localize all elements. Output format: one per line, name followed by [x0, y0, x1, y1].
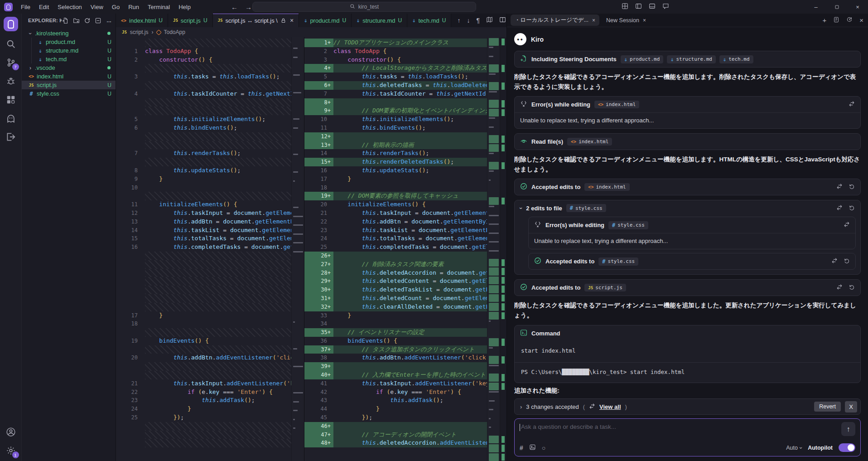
- extensions-icon[interactable]: [5, 94, 17, 106]
- send-button[interactable]: ↑: [841, 422, 855, 436]
- tree-item-tech.md[interactable]: ⇓tech.mdU: [22, 55, 116, 63]
- modified-line[interactable]: 7 this.taskIdCounter = this.getNextId();: [304, 90, 487, 98]
- minimap-original[interactable]: [291, 37, 304, 461]
- chat-input-placeholder[interactable]: Ask a question or describe a task...: [521, 423, 616, 430]
- error-card-header[interactable]: Error(s) while editing <>index.html: [515, 97, 860, 112]
- original-line[interactable]: 2 constructor() {: [116, 56, 291, 64]
- file-chip-style.css[interactable]: #style.css: [566, 204, 606, 212]
- original-line[interactable]: [116, 422, 291, 431]
- undo-icon[interactable]: [849, 204, 855, 212]
- new-folder-icon[interactable]: [72, 17, 80, 24]
- modified-line[interactable]: 41 this.taskInput.addEventListener('keyp…: [304, 379, 487, 388]
- tab-structure.md[interactable]: ⇓structure.mdU: [352, 14, 407, 27]
- file-chip-index.html[interactable]: <>index.html: [594, 101, 639, 108]
- menu-go[interactable]: Go: [108, 2, 124, 12]
- forward-icon[interactable]: →: [245, 3, 252, 11]
- original-line[interactable]: 7 this.renderTasks();: [116, 149, 291, 158]
- modified-line[interactable]: 6+ this.deletedTasks = this.loadDeletedT…: [304, 81, 487, 90]
- kiro-ghost-icon[interactable]: [5, 112, 17, 124]
- dismiss-changes-button[interactable]: X: [845, 401, 857, 412]
- modified-line[interactable]: 3 constructor() {: [304, 56, 487, 64]
- close-icon[interactable]: ×: [592, 17, 595, 24]
- original-line[interactable]: 17 }: [116, 311, 291, 320]
- history-icon[interactable]: [846, 16, 853, 24]
- original-line[interactable]: 6 this.bindEvents();: [116, 124, 291, 132]
- error-card-header[interactable]: Error(s) while editing #style.css: [529, 217, 855, 233]
- original-line[interactable]: 12 this.taskInput = document.getElementB…: [116, 209, 291, 218]
- original-line[interactable]: [116, 294, 291, 303]
- modified-line[interactable]: 33 }: [304, 311, 487, 320]
- modified-line[interactable]: 24 this.totalTasks = document.getElement…: [304, 234, 487, 243]
- modified-line[interactable]: 32+ this.clearAllDeleted = document.getE…: [304, 303, 487, 311]
- original-line[interactable]: [116, 192, 291, 200]
- original-line[interactable]: 9 }: [116, 175, 291, 184]
- attach-image-icon[interactable]: [529, 444, 536, 452]
- undo-icon[interactable]: [849, 183, 855, 191]
- diff-icon[interactable]: [836, 183, 843, 191]
- close-button[interactable]: ×: [847, 0, 868, 14]
- tab-script.js[interactable]: JSscript.jsU: [168, 14, 213, 27]
- open-map-icon[interactable]: [486, 16, 493, 24]
- modified-line[interactable]: 21 this.taskInput = document.getElementB…: [304, 209, 487, 218]
- modified-line[interactable]: 31+ this.deletedCount = document.getElem…: [304, 294, 487, 303]
- original-line[interactable]: [116, 107, 291, 115]
- modified-line[interactable]: 48+ this.deletedAccordion.addEventListen…: [304, 439, 487, 447]
- command-card-header[interactable]: Command: [515, 325, 860, 341]
- undo-icon[interactable]: [849, 284, 855, 291]
- modified-line[interactable]: 27+ // 削除済みタスク関連の要素: [304, 260, 487, 269]
- new-session-icon[interactable]: +: [822, 16, 826, 24]
- settings-icon[interactable]: 1: [5, 445, 17, 456]
- modified-line[interactable]: 45 });: [304, 413, 487, 422]
- original-line[interactable]: [116, 39, 291, 47]
- original-line[interactable]: [116, 98, 291, 107]
- chat-tab-new-session[interactable]: New Session ×: [602, 15, 650, 25]
- overview-ruler[interactable]: [500, 37, 506, 461]
- kiro-logo-icon[interactable]: [4, 17, 18, 31]
- original-line[interactable]: 4 this.taskIdCounter = this.getNextId();: [116, 90, 291, 98]
- modified-line[interactable]: 20 initializeElements() {: [304, 200, 487, 209]
- more-icon[interactable]: …: [105, 17, 113, 24]
- original-line[interactable]: 14 this.taskList = document.getElementBy…: [116, 226, 291, 235]
- command-input[interactable]: start index.html: [515, 341, 860, 362]
- breadcrumb-file[interactable]: script.js: [130, 29, 149, 35]
- collapse-folders-icon[interactable]: [94, 17, 102, 24]
- source-control-icon[interactable]: 7: [5, 57, 17, 68]
- modified-line[interactable]: 5 this.tasks = this.loadTasks();: [304, 73, 487, 81]
- share-icon[interactable]: [5, 131, 17, 143]
- original-line[interactable]: [116, 362, 291, 371]
- modified-line[interactable]: 19+ // DOM要素の参照を取得してキャッシュ: [304, 192, 487, 200]
- original-line[interactable]: [116, 158, 291, 166]
- accepted-card-header[interactable]: Accepted edits to #style.css: [529, 253, 855, 269]
- next-change-icon[interactable]: ↓: [467, 17, 470, 24]
- modified-code[interactable]: 1+// TODOアプリケーションのメインクラス2class TodoApp {…: [304, 37, 487, 461]
- read-card-header[interactable]: Read file(s) <>index.html: [515, 134, 860, 150]
- file-chip-structure.md[interactable]: ⇓structure.md: [667, 55, 716, 63]
- modified-line[interactable]: 37+ // タスク追加ボタンのクリックイベント: [304, 345, 487, 354]
- edits-group-header[interactable]: › 2 edits to file #style.css: [515, 200, 860, 216]
- undo-icon[interactable]: [844, 257, 850, 265]
- tree-item-index.html[interactable]: <>index.htmlU: [22, 72, 116, 81]
- new-file-icon[interactable]: [62, 17, 69, 24]
- original-line[interactable]: 5 this.initializeElements();: [116, 115, 291, 124]
- menu-edit[interactable]: Edit: [35, 2, 53, 12]
- refresh-icon[interactable]: [83, 17, 91, 24]
- modified-line[interactable]: 8+: [304, 98, 487, 107]
- modified-line[interactable]: 18: [304, 184, 487, 192]
- modified-line[interactable]: 28+ this.deletedAccordion = document.get…: [304, 269, 487, 277]
- tab-script.js---script.js--[interactable]: JSscript.js ↔ script.js \×: [213, 14, 299, 27]
- tree-item-.kiro-steering[interactable]: ›.kiro\steering: [22, 29, 116, 38]
- original-line[interactable]: 10: [116, 184, 291, 192]
- tab-tech.md[interactable]: ⇓tech.mdU: [407, 14, 451, 27]
- original-line[interactable]: 3 this.tasks = this.loadTasks();: [116, 73, 291, 81]
- modified-line[interactable]: 23 this.taskList = document.getElementBy…: [304, 226, 487, 235]
- tree-item-style.css[interactable]: #style.cssU: [22, 89, 116, 98]
- modified-line[interactable]: 12+: [304, 132, 487, 141]
- original-line[interactable]: 20 this.addBtn.addEventListener('click',…: [116, 354, 291, 362]
- toggle-sidebar-icon[interactable]: [635, 3, 642, 11]
- chat-input-box[interactable]: Ask a question or describe a task... ↑ #…: [514, 418, 861, 456]
- original-line[interactable]: [116, 141, 291, 150]
- modified-line[interactable]: 11 this.bindEvents();: [304, 124, 487, 132]
- modified-line[interactable]: 15+ this.renderDeletedTasks();: [304, 158, 487, 166]
- file-chip-style.css[interactable]: #style.css: [608, 221, 648, 229]
- accepted-card-header[interactable]: Accepted edits to JSscript.js: [515, 280, 860, 296]
